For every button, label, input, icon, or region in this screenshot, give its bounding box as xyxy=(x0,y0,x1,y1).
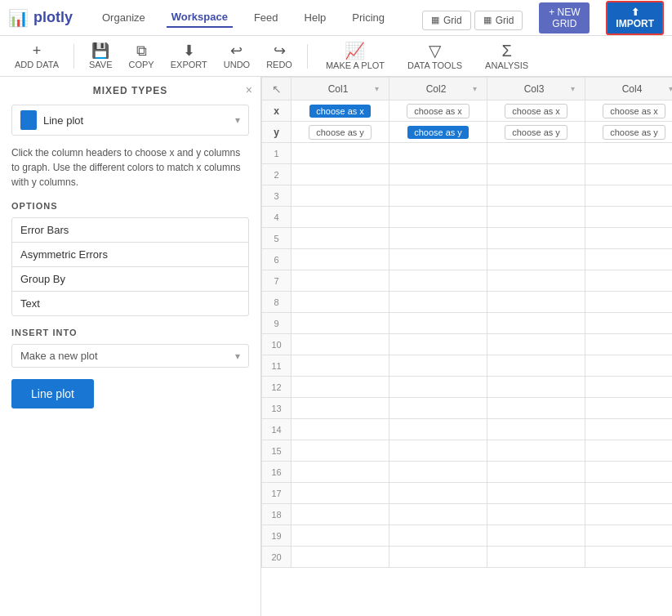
cell-r2-c4[interactable] xyxy=(585,164,673,185)
col-header-1[interactable]: Col1 ▾ xyxy=(291,78,389,100)
cell-r9-c1[interactable] xyxy=(291,313,389,334)
cell-r2-c2[interactable] xyxy=(389,164,487,185)
cell-r3-c4[interactable] xyxy=(585,185,673,207)
cell-r1-c2[interactable] xyxy=(389,143,487,164)
option-group-by[interactable]: Group By xyxy=(12,267,248,292)
nav-organize[interactable]: Organize xyxy=(97,8,150,27)
cell-r7-c4[interactable] xyxy=(585,270,673,292)
cell-r9-c3[interactable] xyxy=(487,313,585,334)
cell-r4-c2[interactable] xyxy=(389,207,487,228)
col3-dropdown-icon[interactable]: ▾ xyxy=(571,84,575,93)
analysis-button[interactable]: Σ ANALYSIS xyxy=(475,39,538,74)
cell-r2-c3[interactable] xyxy=(487,164,585,185)
cell-r20-c3[interactable] xyxy=(487,547,585,568)
col1-y-cell[interactable]: choose as y xyxy=(291,122,389,143)
col1-dropdown-icon[interactable]: ▾ xyxy=(375,84,379,93)
col2-y-cell[interactable]: choose as y xyxy=(389,122,487,143)
cell-r13-c3[interactable] xyxy=(487,398,585,419)
cell-r6-c2[interactable] xyxy=(389,249,487,270)
cell-r19-c3[interactable] xyxy=(487,525,585,547)
line-plot-button[interactable]: Line plot xyxy=(11,379,94,408)
redo-button[interactable]: ↪ REDO xyxy=(260,40,299,73)
new-grid-button[interactable]: + NEW GRID xyxy=(539,2,590,33)
cell-r12-c1[interactable] xyxy=(291,377,389,398)
nav-workspace[interactable]: Workspace xyxy=(167,7,233,28)
col1-choose-x-button[interactable]: choose as x xyxy=(309,105,371,118)
cell-r4-c4[interactable] xyxy=(585,207,673,228)
copy-button[interactable]: ⧉ COPY xyxy=(122,40,161,73)
cell-r8-c4[interactable] xyxy=(585,292,673,313)
cell-r17-c2[interactable] xyxy=(389,483,487,504)
cell-r12-c2[interactable] xyxy=(389,377,487,398)
cell-r20-c1[interactable] xyxy=(291,547,389,568)
col-header-3[interactable]: Col3 ▾ xyxy=(487,78,585,100)
cell-r16-c2[interactable] xyxy=(389,462,487,483)
col4-choose-x-button[interactable]: choose as x xyxy=(603,104,665,118)
cell-r6-c4[interactable] xyxy=(585,249,673,270)
cell-r6-c3[interactable] xyxy=(487,249,585,270)
cell-r18-c3[interactable] xyxy=(487,504,585,525)
cell-r7-c2[interactable] xyxy=(389,270,487,292)
col4-dropdown-icon[interactable]: ▾ xyxy=(669,84,672,93)
cell-r12-c3[interactable] xyxy=(487,377,585,398)
cell-r14-c2[interactable] xyxy=(389,419,487,440)
cell-r10-c4[interactable] xyxy=(585,334,673,355)
cell-r18-c2[interactable] xyxy=(389,504,487,525)
cell-r7-c3[interactable] xyxy=(487,270,585,292)
option-text[interactable]: Text xyxy=(12,292,248,315)
col1-x-cell[interactable]: choose as x xyxy=(291,100,389,122)
grid-tab-1[interactable]: ▦ Grid xyxy=(422,11,471,30)
cell-r19-c4[interactable] xyxy=(585,525,673,547)
data-tools-button[interactable]: ▽ DATA TOOLS xyxy=(398,39,472,74)
cell-r15-c3[interactable] xyxy=(487,440,585,462)
nav-help[interactable]: Help xyxy=(300,8,332,27)
col4-choose-y-button[interactable]: choose as y xyxy=(603,125,665,140)
cell-r1-c4[interactable] xyxy=(585,143,673,164)
cell-r7-c1[interactable] xyxy=(291,270,389,292)
cell-r8-c1[interactable] xyxy=(291,292,389,313)
cell-r2-c1[interactable] xyxy=(291,164,389,185)
col1-choose-y-button[interactable]: choose as y xyxy=(309,125,372,140)
cell-r5-c4[interactable] xyxy=(585,228,673,249)
option-error-bars[interactable]: Error Bars xyxy=(12,218,248,243)
col3-choose-x-button[interactable]: choose as x xyxy=(505,104,567,118)
import-button[interactable]: ⬆ IMPORT xyxy=(606,1,664,35)
save-button[interactable]: 💾 SAVE xyxy=(82,40,119,73)
cell-r19-c2[interactable] xyxy=(389,525,487,547)
make-a-plot-button[interactable]: 📈 MAKE A PLOT xyxy=(316,39,394,74)
col2-choose-y-button[interactable]: choose as y xyxy=(407,126,469,139)
cell-r11-c4[interactable] xyxy=(585,355,673,377)
cell-r3-c1[interactable] xyxy=(291,185,389,207)
col4-x-cell[interactable]: choose as x xyxy=(585,100,673,122)
cell-r17-c3[interactable] xyxy=(487,483,585,504)
cell-r3-c2[interactable] xyxy=(389,185,487,207)
cell-r13-c1[interactable] xyxy=(291,398,389,419)
cell-r14-c4[interactable] xyxy=(585,419,673,440)
cell-r13-c4[interactable] xyxy=(585,398,673,419)
cell-r5-c2[interactable] xyxy=(389,228,487,249)
cell-r8-c3[interactable] xyxy=(487,292,585,313)
cell-r18-c4[interactable] xyxy=(585,504,673,525)
cell-r5-c1[interactable] xyxy=(291,228,389,249)
cell-r14-c3[interactable] xyxy=(487,419,585,440)
cell-r20-c2[interactable] xyxy=(389,547,487,568)
cell-r1-c3[interactable] xyxy=(487,143,585,164)
nav-feed[interactable]: Feed xyxy=(249,8,283,27)
export-button[interactable]: ⬇ EXPORT xyxy=(164,40,214,73)
option-asymmetric-errors[interactable]: Asymmetric Errors xyxy=(12,243,248,267)
cell-r15-c4[interactable] xyxy=(585,440,673,462)
undo-button[interactable]: ↩ UNDO xyxy=(217,40,256,73)
col-header-2[interactable]: Col2 ▾ xyxy=(389,78,487,100)
cell-r10-c3[interactable] xyxy=(487,334,585,355)
cell-r16-c3[interactable] xyxy=(487,462,585,483)
insert-into-selector[interactable]: Make a new plot ▾ xyxy=(11,344,249,368)
cell-r16-c4[interactable] xyxy=(585,462,673,483)
col2-dropdown-icon[interactable]: ▾ xyxy=(473,84,477,93)
sidebar-close-button[interactable]: × xyxy=(246,83,252,96)
col2-choose-x-button[interactable]: choose as x xyxy=(407,104,470,118)
grid-tab-2[interactable]: ▦ Grid xyxy=(474,11,523,30)
col2-x-cell[interactable]: choose as x xyxy=(389,100,487,122)
cell-r9-c2[interactable] xyxy=(389,313,487,334)
cell-r18-c1[interactable] xyxy=(291,504,389,525)
cell-r15-c2[interactable] xyxy=(389,440,487,462)
